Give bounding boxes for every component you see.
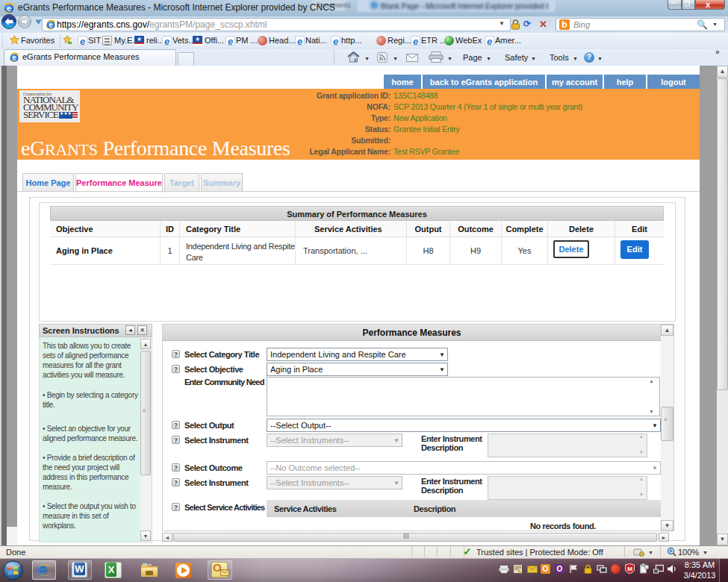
svg-text:M: M [627, 566, 632, 572]
svg-text:e: e [7, 4, 11, 13]
svg-text:e: e [49, 21, 53, 29]
svg-text:e: e [12, 54, 16, 62]
